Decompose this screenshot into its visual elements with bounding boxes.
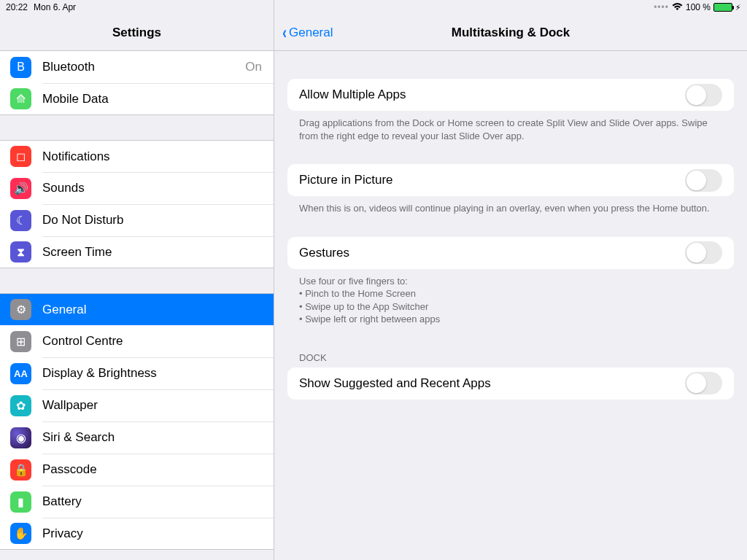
battery-percent: 100 % <box>686 2 711 12</box>
show-suggested-apps-row[interactable]: Show Suggested and Recent Apps <box>287 368 734 400</box>
sidebar-item-notifications[interactable]: ◻Notifications <box>0 140 274 172</box>
sidebar-item-wallpaper[interactable]: ✿Wallpaper <box>0 389 274 421</box>
show-suggested-apps-label: Show Suggested and Recent Apps <box>299 376 685 391</box>
sidebar-item-control-centre[interactable]: ⊞Control Centre <box>0 325 274 357</box>
battery-icon <box>713 3 732 12</box>
allow-multiple-apps-label: Allow Multiple Apps <box>299 88 685 102</box>
sidebar-item-label: Battery <box>42 494 274 509</box>
passcode-icon: 🔒 <box>10 459 31 481</box>
sidebar-item-do-not-disturb[interactable]: ☾Do Not Disturb <box>0 204 274 236</box>
sidebar-item-label: Bluetooth <box>42 60 245 74</box>
sidebar-item-value: On <box>245 60 262 74</box>
picture-in-picture-footer: When this is on, videos will continue pl… <box>287 196 734 215</box>
back-label: General <box>289 26 333 40</box>
wifi-icon <box>672 2 683 13</box>
battery-icon: ▮ <box>10 491 31 513</box>
status-bar: 20:22 Mon 6. Apr •••• 100 % ⚡︎ <box>0 0 747 15</box>
sidebar-item-bluetooth[interactable]: BBluetoothOn <box>0 51 274 83</box>
settings-sidebar: Settings BBluetoothOn⟰Mobile Data◻Notifi… <box>0 0 274 560</box>
sidebar-item-label: Privacy <box>42 526 274 541</box>
sidebar-item-label: Mobile Data <box>42 92 274 106</box>
detail-title: Multitasking & Dock <box>452 26 570 40</box>
sidebar-item-label: Display & Brightness <box>42 366 274 381</box>
gestures-footer-head: Use four or five fingers to: <box>299 276 408 287</box>
notifications-icon: ◻ <box>10 146 31 167</box>
gestures-footer-2: • Swipe up to the App Switcher <box>299 301 428 312</box>
sidebar-item-label: Wallpaper <box>42 398 274 413</box>
sidebar-item-sounds[interactable]: 🔊Sounds <box>0 172 274 204</box>
allow-multiple-apps-footer: Drag applications from the Dock or Home … <box>287 111 734 142</box>
sidebar-item-passcode[interactable]: 🔒Passcode <box>0 454 274 486</box>
sidebar-item-label: Notifications <box>42 149 274 164</box>
sidebar-item-privacy[interactable]: ✋Privacy <box>0 518 274 550</box>
mobile-data-icon: ⟰ <box>10 88 31 109</box>
chevron-left-icon: ‹ <box>282 23 287 43</box>
sidebar-item-label: General <box>42 303 274 317</box>
sidebar-item-label: Passcode <box>42 462 274 477</box>
status-date: Mon 6. Apr <box>34 2 76 12</box>
sidebar-item-display-brightness[interactable]: AADisplay & Brightness <box>0 357 274 389</box>
dock-section-header: Dock <box>287 352 734 368</box>
sidebar-item-label: Siri & Search <box>42 430 274 445</box>
back-button[interactable]: ‹ General <box>282 15 333 51</box>
gestures-footer-1: • Pinch to the Home Screen <box>299 288 416 299</box>
gestures-footer-3: • Swipe left or right between apps <box>299 314 440 324</box>
sidebar-item-battery[interactable]: ▮Battery <box>0 486 274 518</box>
sidebar-item-siri-search[interactable]: ◉Siri & Search <box>0 421 274 454</box>
gestures-row[interactable]: Gestures <box>287 237 734 269</box>
sidebar-item-label: Sounds <box>42 181 274 195</box>
gestures-footer: Use four or five fingers to: • Pinch to … <box>287 269 734 326</box>
picture-in-picture-row[interactable]: Picture in Picture <box>287 164 734 196</box>
sidebar-item-general[interactable]: ⚙General <box>0 293 274 325</box>
control-centre-icon: ⊞ <box>10 331 31 352</box>
gestures-toggle[interactable] <box>685 241 722 264</box>
sidebar-title: Settings <box>112 26 161 40</box>
picture-in-picture-toggle[interactable] <box>685 169 722 192</box>
sidebar-item-screen-time[interactable]: ⧗Screen Time <box>0 236 274 268</box>
picture-in-picture-label: Picture in Picture <box>299 173 685 187</box>
sidebar-item-label: Screen Time <box>42 245 274 260</box>
privacy-icon: ✋ <box>10 523 31 544</box>
show-suggested-apps-toggle[interactable] <box>685 372 722 394</box>
detail-pane: ‹ General Multitasking & Dock Allow Mult… <box>274 0 747 560</box>
sidebar-item-mobile-data[interactable]: ⟰Mobile Data <box>0 83 274 115</box>
general-icon: ⚙ <box>10 299 31 320</box>
wallpaper-icon: ✿ <box>10 395 31 416</box>
gestures-label: Gestures <box>299 246 685 260</box>
allow-multiple-apps-toggle[interactable] <box>685 84 722 106</box>
do-not-disturb-icon: ☾ <box>10 210 31 231</box>
sidebar-item-label: Do Not Disturb <box>42 213 274 228</box>
screen-time-icon: ⧗ <box>10 241 31 262</box>
cellular-icon: •••• <box>654 2 669 12</box>
sidebar-item-label: Control Centre <box>42 334 274 349</box>
allow-multiple-apps-row[interactable]: Allow Multiple Apps <box>287 79 734 111</box>
siri-search-icon: ◉ <box>10 427 31 448</box>
display-brightness-icon: AA <box>10 363 31 384</box>
charging-icon: ⚡︎ <box>735 3 741 12</box>
sounds-icon: 🔊 <box>10 178 31 199</box>
bluetooth-icon: B <box>10 57 31 78</box>
status-time: 20:22 <box>6 2 28 12</box>
